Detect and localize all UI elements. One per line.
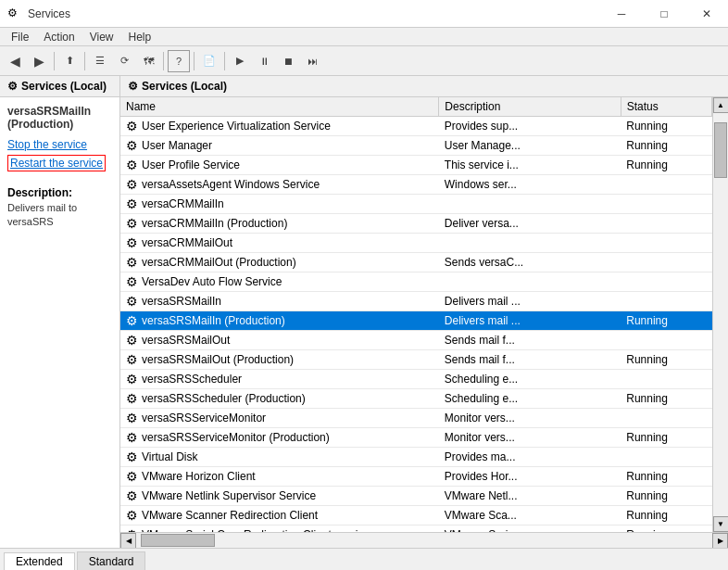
restart-service-link[interactable]: Restart the service xyxy=(7,155,106,171)
service-icon: ⚙ xyxy=(126,508,138,523)
maximize-button[interactable]: □ xyxy=(643,0,685,28)
menu-view[interactable]: View xyxy=(82,29,121,45)
scroll-thumb[interactable] xyxy=(714,122,727,178)
service-name-cell: ⚙versaSRSMailOut (Production) xyxy=(120,350,439,370)
table-row[interactable]: ⚙User ManagerUser Manage...Running xyxy=(120,136,712,156)
tab-extended[interactable]: Extended xyxy=(4,552,75,570)
service-name-cell: ⚙versaCRMMailOut (Production) xyxy=(120,253,439,272)
toolbar: ◀ ▶ ⬆ ☰ ⟳ 🗺 ? 📄 ▶ ⏸ ⏹ ⏭ xyxy=(0,46,728,76)
service-name-cell: ⚙versaCRMMailIn (Production) xyxy=(120,214,439,234)
service-description-cell: Scheduling e... xyxy=(439,389,621,409)
col-name[interactable]: Name xyxy=(120,97,439,117)
table-row[interactable]: ⚙versaSRSMailIn (Production)Delivers mai… xyxy=(120,311,712,331)
table-scroll-container: Name Description Status ⚙User Experience… xyxy=(120,97,728,532)
right-panel-title: Services (Local) xyxy=(142,80,227,93)
right-panel-icon: ⚙ xyxy=(128,80,138,93)
table-row[interactable]: ⚙User Profile ServiceThis service i...Ru… xyxy=(120,156,712,175)
table-row[interactable]: ⚙versaCRMMailOut xyxy=(120,234,712,253)
table-row[interactable]: ⚙VersaDev Auto Flow Service xyxy=(120,272,712,292)
table-row[interactable]: ⚙VMware Horizon ClientProvides Hor...Run… xyxy=(120,467,712,487)
service-icon: ⚙ xyxy=(126,255,138,270)
service-name-cell: ⚙versaSRSScheduler xyxy=(120,370,439,389)
h-scroll-track[interactable] xyxy=(136,533,712,548)
table-row[interactable]: ⚙VMware Serial Com Redirection Client se… xyxy=(120,526,712,533)
service-icon: ⚙ xyxy=(126,138,138,153)
toolbar-export[interactable]: 📄 xyxy=(198,50,220,72)
col-description[interactable]: Description xyxy=(439,97,621,117)
service-status-cell xyxy=(621,175,711,195)
services-table: Name Description Status ⚙User Experience… xyxy=(120,97,712,532)
service-status-cell: Running xyxy=(621,117,711,136)
toolbar-restart[interactable]: ⏭ xyxy=(301,50,323,72)
service-icon: ⚙ xyxy=(126,352,138,367)
toolbar-help[interactable]: ? xyxy=(168,50,190,72)
vertical-scrollbar[interactable]: ▲ ▼ xyxy=(712,97,728,532)
table-row[interactable]: ⚙versaSRSSchedulerScheduling e... xyxy=(120,370,712,389)
close-button[interactable]: ✕ xyxy=(685,0,728,28)
left-panel: ⚙ Services (Local) versaSRSMailIn (Produ… xyxy=(0,76,120,548)
scroll-track[interactable] xyxy=(713,113,728,516)
col-status[interactable]: Status xyxy=(621,97,711,117)
table-row[interactable]: ⚙versaCRMMailIn (Production)Deliver vers… xyxy=(120,214,712,234)
service-status-cell xyxy=(621,409,711,428)
selected-service-name: versaSRSMailIn (Production) xyxy=(7,105,112,131)
toolbar-stop[interactable]: ⏹ xyxy=(277,50,299,72)
service-icon: ⚙ xyxy=(126,177,138,192)
stop-service-link[interactable]: Stop the service xyxy=(7,138,112,151)
table-wrapper[interactable]: Name Description Status ⚙User Experience… xyxy=(120,97,712,532)
right-panel-header: ⚙ Services (Local) xyxy=(120,76,728,97)
service-status-cell xyxy=(621,195,711,214)
h-scroll-thumb[interactable] xyxy=(141,534,215,547)
service-icon: ⚙ xyxy=(126,216,138,231)
toolbar-map[interactable]: 🗺 xyxy=(137,50,159,72)
table-row[interactable]: ⚙versaSRSMailOut (Production)Sends mail … xyxy=(120,350,712,370)
service-icon: ⚙ xyxy=(126,391,138,406)
toolbar-forward[interactable]: ▶ xyxy=(28,50,50,72)
service-name-cell: ⚙User Manager xyxy=(120,136,439,156)
table-row[interactable]: ⚙Virtual DiskProvides ma... xyxy=(120,448,712,467)
toolbar-sep4 xyxy=(194,52,195,70)
toolbar-up[interactable]: ⬆ xyxy=(58,50,81,72)
tab-standard[interactable]: Standard xyxy=(77,551,146,570)
service-status-cell: Running xyxy=(621,136,711,156)
scroll-left-button[interactable]: ◀ xyxy=(120,533,136,549)
scroll-right-button[interactable]: ▶ xyxy=(712,533,728,549)
left-panel-title: Services (Local) xyxy=(21,80,107,93)
bottom-tabs: Extended Standard xyxy=(0,548,728,570)
service-description-cell: Monitor vers... xyxy=(439,428,621,448)
service-description-cell: Provides sup... xyxy=(439,117,621,136)
table-row[interactable]: ⚙VMware Netlink Supervisor ServiceVMware… xyxy=(120,487,712,506)
table-row[interactable]: ⚙VMware Scanner Redirection ClientVMware… xyxy=(120,506,712,526)
service-description-cell: Sends versaC... xyxy=(439,253,621,272)
menu-file[interactable]: File xyxy=(4,29,36,45)
scroll-up-button[interactable]: ▲ xyxy=(713,97,729,113)
table-row[interactable]: ⚙versaSRSMailOutSends mail f... xyxy=(120,331,712,350)
service-name-cell: ⚙Virtual Disk xyxy=(120,448,439,467)
service-name-cell: ⚙VMware Netlink Supervisor Service xyxy=(120,487,439,506)
table-row[interactable]: ⚙User Experience Virtualization ServiceP… xyxy=(120,117,712,136)
toolbar-pause[interactable]: ⏸ xyxy=(253,50,275,72)
table-row[interactable]: ⚙versaAssetsAgent Windows ServiceWindows… xyxy=(120,175,712,195)
toolbar-play[interactable]: ▶ xyxy=(229,50,251,72)
table-row[interactable]: ⚙versaSRSScheduler (Production)Schedulin… xyxy=(120,389,712,409)
menu-help[interactable]: Help xyxy=(121,29,159,45)
menu-action[interactable]: Action xyxy=(36,29,82,45)
table-row[interactable]: ⚙versaSRSServiceMonitor (Production)Moni… xyxy=(120,428,712,448)
right-panel: ⚙ Services (Local) Name Description Stat… xyxy=(120,76,728,548)
scroll-down-button[interactable]: ▼ xyxy=(713,516,729,532)
horizontal-scrollbar[interactable]: ◀ ▶ xyxy=(120,532,728,548)
table-row[interactable]: ⚙versaCRMMailOut (Production)Sends versa… xyxy=(120,253,712,272)
toolbar-show-hide[interactable]: ☰ xyxy=(89,50,111,72)
table-row[interactable]: ⚙versaSRSServiceMonitorMonitor vers... xyxy=(120,409,712,428)
service-name-cell: ⚙versaSRSMailIn xyxy=(120,292,439,311)
toolbar-refresh[interactable]: ⟳ xyxy=(113,50,135,72)
service-status-cell: Running xyxy=(621,506,711,526)
service-icon: ⚙ xyxy=(126,158,138,172)
service-description-cell xyxy=(439,195,621,214)
table-row[interactable]: ⚙versaSRSMailInDelivers mail ... xyxy=(120,292,712,311)
toolbar-back[interactable]: ◀ xyxy=(4,50,26,72)
minimize-button[interactable]: ─ xyxy=(600,0,643,28)
toolbar-sep3 xyxy=(163,52,164,70)
service-status-cell: Running xyxy=(621,389,711,409)
table-row[interactable]: ⚙versaCRMMailIn xyxy=(120,195,712,214)
